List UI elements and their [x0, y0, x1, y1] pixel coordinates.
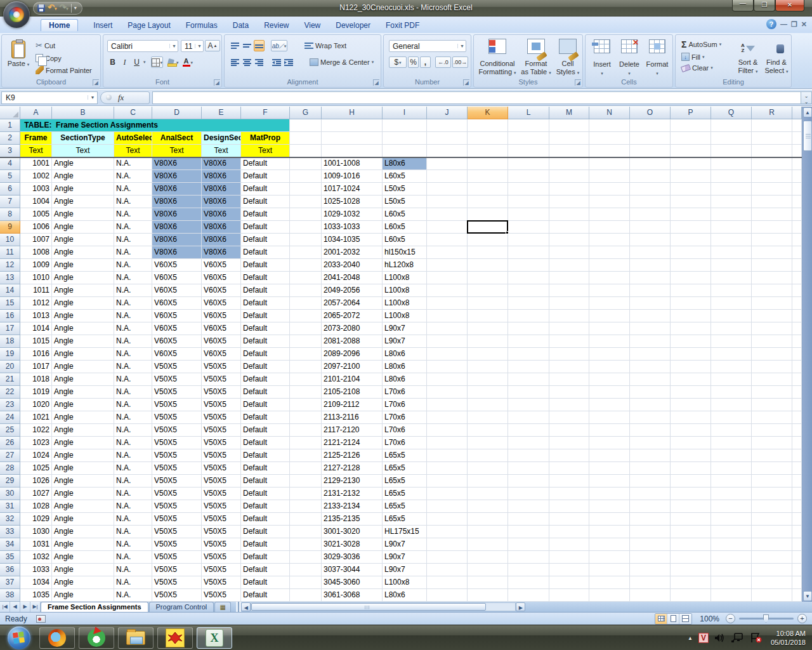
- cell[interactable]: [630, 132, 671, 145]
- cell[interactable]: [589, 589, 630, 602]
- cell-matprop[interactable]: Default: [241, 386, 290, 399]
- cell-autoselect[interactable]: N.A.: [114, 361, 152, 373]
- cell-designsect[interactable]: V80X6: [202, 170, 241, 183]
- cell-designsect[interactable]: V50X5: [202, 411, 241, 424]
- cell[interactable]: [549, 119, 589, 132]
- cell[interactable]: [290, 551, 322, 564]
- cell-section-name[interactable]: L90x7: [383, 551, 427, 564]
- cell-analsect[interactable]: V50X5: [152, 475, 202, 488]
- cell-frame-range[interactable]: 3021-3028: [322, 538, 383, 551]
- cell[interactable]: [630, 221, 671, 234]
- cell[interactable]: [468, 399, 508, 411]
- table-type-cell[interactable]: Text: [20, 145, 52, 157]
- cell-matprop[interactable]: Default: [241, 208, 290, 221]
- cell-section-name[interactable]: L80x6: [383, 589, 427, 602]
- cell-section-name[interactable]: hL120x8: [383, 259, 427, 272]
- cell[interactable]: [468, 538, 508, 551]
- cell[interactable]: [671, 589, 711, 602]
- cell[interactable]: [549, 589, 589, 602]
- cell[interactable]: [589, 513, 630, 526]
- cell-autoselect[interactable]: N.A.: [114, 399, 152, 411]
- cell-sectiontype[interactable]: Angle: [52, 322, 114, 335]
- cell-autoselect[interactable]: N.A.: [114, 221, 152, 234]
- cell[interactable]: [671, 246, 711, 259]
- cell[interactable]: [427, 564, 468, 576]
- zoom-out-button[interactable]: −: [726, 614, 735, 623]
- cell[interactable]: [711, 246, 752, 259]
- vertical-scrollbar[interactable]: ▲ ▼: [802, 107, 812, 602]
- cell[interactable]: [630, 246, 671, 259]
- cell[interactable]: [508, 361, 549, 373]
- cell[interactable]: [752, 500, 792, 513]
- cell[interactable]: [427, 208, 468, 221]
- cell-sectiontype[interactable]: Angle: [52, 399, 114, 411]
- restore-button[interactable]: ❐: [754, 0, 775, 11]
- cell-frame[interactable]: 1008: [20, 246, 52, 259]
- cell-frame[interactable]: 1003: [20, 183, 52, 196]
- cell[interactable]: [752, 348, 792, 361]
- cell[interactable]: [671, 437, 711, 449]
- tab-split-handle[interactable]: [236, 602, 241, 612]
- table-type-cell[interactable]: Text: [202, 145, 241, 157]
- cell-frame-range[interactable]: 1025-1028: [322, 196, 383, 208]
- cell[interactable]: [427, 513, 468, 526]
- cell[interactable]: [427, 119, 468, 132]
- cell-analsect[interactable]: V60X5: [152, 272, 202, 284]
- cell-autoselect[interactable]: N.A.: [114, 297, 152, 310]
- row-header-20[interactable]: 20: [0, 361, 20, 373]
- cell[interactable]: [427, 348, 468, 361]
- cell[interactable]: [290, 272, 322, 284]
- column-header-M[interactable]: M: [549, 107, 589, 119]
- styles-dialog-launcher[interactable]: ◢: [575, 79, 581, 86]
- cell-analsect[interactable]: V50X5: [152, 361, 202, 373]
- cell[interactable]: [468, 183, 508, 196]
- cell[interactable]: [711, 564, 752, 576]
- row-header-22[interactable]: 22: [0, 386, 20, 399]
- table-header-cell[interactable]: AutoSelect: [114, 132, 152, 145]
- cell[interactable]: [630, 538, 671, 551]
- cell[interactable]: [427, 157, 468, 170]
- format-cells-button[interactable]: Format▾: [644, 37, 671, 77]
- cell[interactable]: [468, 386, 508, 399]
- cell-autoselect[interactable]: N.A.: [114, 348, 152, 361]
- column-header-E[interactable]: E: [202, 107, 241, 119]
- cell-designsect[interactable]: V60X5: [202, 284, 241, 297]
- cell-sectiontype[interactable]: Angle: [52, 246, 114, 259]
- cell-matprop[interactable]: Default: [241, 399, 290, 411]
- cell[interactable]: [589, 170, 630, 183]
- vietkey-icon[interactable]: V: [698, 633, 709, 643]
- cell-autoselect[interactable]: N.A.: [114, 526, 152, 538]
- column-header-K[interactable]: K: [468, 107, 508, 119]
- orientation-button[interactable]: ab⟋▾: [271, 40, 287, 51]
- cell-designsect[interactable]: V50X5: [202, 576, 241, 589]
- cell[interactable]: [671, 272, 711, 284]
- cell[interactable]: [752, 513, 792, 526]
- cell-frame[interactable]: 1002: [20, 170, 52, 183]
- cell-frame[interactable]: 1015: [20, 335, 52, 348]
- cell[interactable]: [671, 284, 711, 297]
- cell-matprop[interactable]: Default: [241, 322, 290, 335]
- cell[interactable]: [508, 322, 549, 335]
- cell-matprop[interactable]: Default: [241, 234, 290, 246]
- zoom-level[interactable]: 100%: [700, 614, 719, 623]
- cell-designsect[interactable]: V50X5: [202, 462, 241, 475]
- cell[interactable]: [589, 272, 630, 284]
- cell[interactable]: [290, 335, 322, 348]
- cell[interactable]: [752, 208, 792, 221]
- cell-frame-range[interactable]: 2105-2108: [322, 386, 383, 399]
- cell-section-name[interactable]: L65x5: [383, 513, 427, 526]
- cell-sectiontype[interactable]: Angle: [52, 361, 114, 373]
- row-header-26[interactable]: 26: [0, 437, 20, 449]
- cell[interactable]: [589, 386, 630, 399]
- table-type-cell[interactable]: Text: [114, 145, 152, 157]
- workbook-minimize-button[interactable]: —: [780, 20, 787, 29]
- cell-section-name[interactable]: L90x7: [383, 335, 427, 348]
- column-header-R[interactable]: R: [752, 107, 792, 119]
- cell-frame-range[interactable]: 2109-2112: [322, 399, 383, 411]
- cell-section-name[interactable]: L80x6: [383, 373, 427, 386]
- cell[interactable]: [752, 475, 792, 488]
- font-name-combo[interactable]: Calibri▼: [107, 40, 178, 52]
- cell[interactable]: [290, 170, 322, 183]
- cell[interactable]: [711, 132, 752, 145]
- cell-designsect[interactable]: V60X5: [202, 322, 241, 335]
